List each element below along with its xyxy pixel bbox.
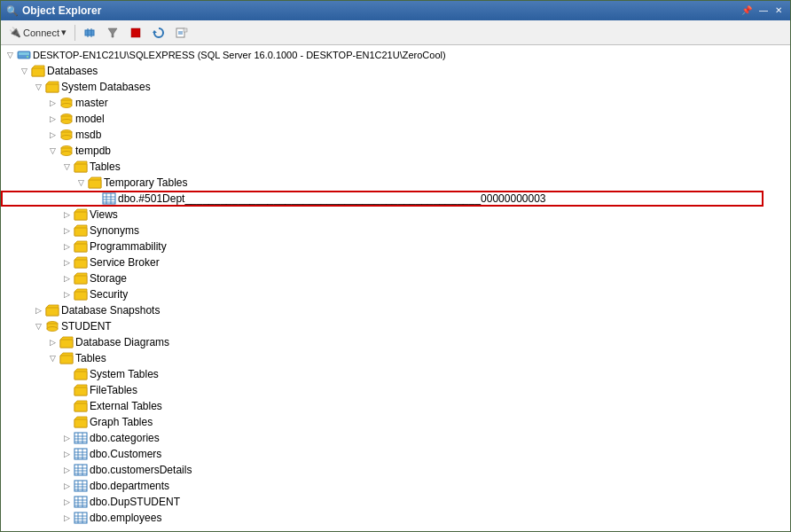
customers-expand[interactable]: ▷	[59, 447, 74, 461]
customers-details-expand[interactable]: ▷	[59, 463, 74, 477]
svg-point-21	[61, 120, 72, 124]
model-db[interactable]: ▷ model	[1, 111, 790, 127]
customers-details-label: dbo.customersDetails	[90, 464, 192, 476]
temporary-tables-expand[interactable]: ▽	[74, 176, 88, 190]
dbo-customers-details-table[interactable]: ▷ dbo.customersDetails	[1, 462, 790, 478]
db-diagrams-expand[interactable]: ▷	[45, 335, 59, 349]
new-query-button[interactable]	[171, 24, 192, 42]
system-tables-folder[interactable]: System Tables	[1, 366, 790, 382]
tempdb-security-folder[interactable]: ▷ Security	[1, 286, 790, 302]
tempdb-synonyms-folder[interactable]: ▷ Synonyms	[1, 223, 790, 239]
dbo-categories-table[interactable]: ▷ dbo.categories	[1, 430, 790, 446]
system-databases-label: System Databases	[61, 81, 151, 93]
departments-expand[interactable]: ▷	[59, 479, 74, 493]
svg-rect-51	[74, 419, 87, 427]
file-tables-label: FileTables	[90, 384, 137, 396]
categories-table-icon	[74, 431, 88, 445]
databases-label: Databases	[47, 65, 98, 77]
synonyms-expand[interactable]: ▷	[59, 223, 74, 238]
dbo-dup-student-table[interactable]: ▷ dbo.DupSTUDENT	[1, 494, 790, 510]
databases-expand[interactable]: ▽	[17, 64, 31, 78]
connect-button[interactable]: 🔌 Connect ▾	[4, 24, 71, 41]
system-databases-folder[interactable]: ▽ System Databases	[1, 79, 790, 95]
svg-rect-48	[74, 372, 87, 379]
object-explorer-tree: ▽ DESKTOP-EN1C21U\SQLEXPRESS (SQL Server…	[1, 45, 790, 531]
tempdb-views-folder[interactable]: ▷ Views	[1, 207, 790, 223]
service-broker-expand[interactable]: ▷	[59, 255, 74, 270]
svg-rect-38	[74, 244, 87, 252]
model-expand[interactable]: ▷	[45, 112, 59, 126]
programmability-expand[interactable]: ▷	[59, 239, 74, 254]
database-snapshots-folder-icon	[45, 303, 59, 317]
customers-table-icon	[74, 447, 88, 461]
student-tables-expand[interactable]: ▽	[45, 351, 59, 365]
tree-content[interactable]: ▽ DESKTOP-EN1C21U\SQLEXPRESS (SQL Server…	[1, 45, 790, 531]
refresh-button[interactable]	[148, 24, 169, 42]
dbo-501dept-table[interactable]: dbo.#501Dept____________________________…	[1, 191, 764, 207]
tempdb-programmability-folder[interactable]: ▷ Programmability	[1, 239, 790, 254]
dbo-employees-table[interactable]: ▷ dbo.employees	[1, 510, 790, 526]
server-label: DESKTOP-EN1C21U\SQLEXPRESS (SQL Server 1…	[33, 50, 446, 60]
minimize-button[interactable]: —	[756, 4, 771, 17]
employees-expand[interactable]: ▷	[59, 511, 74, 525]
tempdb-expand[interactable]: ▽	[45, 144, 59, 158]
model-db-icon	[59, 112, 74, 126]
svg-rect-41	[74, 292, 87, 300]
views-expand[interactable]: ▷	[59, 207, 74, 222]
synonyms-label: Synonyms	[90, 224, 139, 237]
tempdb-tables-expand[interactable]: ▽	[59, 160, 74, 174]
storage-label: Storage	[90, 272, 127, 285]
server-expand[interactable]: ▽	[3, 48, 17, 62]
filter-button[interactable]	[102, 24, 123, 42]
tempdb-db-icon	[59, 144, 74, 158]
close-button[interactable]: ✕	[772, 4, 785, 17]
storage-expand[interactable]: ▷	[59, 271, 74, 286]
graph-tables-folder-icon	[74, 415, 88, 429]
tempdb-label: tempdb	[75, 145, 111, 157]
tempdb-service-broker-folder[interactable]: ▷ Service Broker	[1, 254, 790, 270]
external-tables-folder[interactable]: External Tables	[1, 398, 790, 414]
tempdb-tables-folder[interactable]: ▽ Tables	[1, 159, 790, 175]
tempdb-storage-folder[interactable]: ▷ Storage	[1, 270, 790, 286]
disconnect-button[interactable]	[79, 24, 100, 42]
dbo-customers-table[interactable]: ▷ dbo.Customers	[1, 446, 790, 462]
tempdb-security-expand[interactable]: ▷	[59, 287, 74, 301]
tempdb-db[interactable]: ▽ tempdb	[1, 143, 790, 159]
programmability-folder-icon	[74, 239, 88, 254]
master-db-icon	[59, 96, 74, 110]
temporary-tables-folder[interactable]: ▽ Temporary Tables	[1, 175, 790, 191]
tempdb-tables-folder-icon	[74, 160, 88, 174]
svg-rect-50	[74, 403, 87, 411]
pin-button[interactable]: 📌	[739, 4, 755, 17]
student-db[interactable]: ▽ STUDENT	[1, 318, 790, 334]
dup-student-expand[interactable]: ▷	[59, 495, 74, 509]
msdb-db[interactable]: ▷ msdb	[1, 127, 790, 143]
system-databases-expand[interactable]: ▽	[31, 80, 45, 94]
dbo-departments-table[interactable]: ▷ dbo.departments	[1, 478, 790, 494]
graph-tables-folder[interactable]: Graph Tables	[1, 414, 790, 430]
categories-expand[interactable]: ▷	[59, 431, 74, 445]
system-tables-folder-icon	[74, 367, 88, 381]
server-node[interactable]: ▽ DESKTOP-EN1C21U\SQLEXPRESS (SQL Server…	[1, 47, 790, 63]
stop-button[interactable]	[125, 24, 146, 42]
svg-rect-29	[89, 180, 101, 188]
master-db[interactable]: ▷ master	[1, 95, 790, 111]
database-snapshots-folder[interactable]: ▷ Database Snapshots	[1, 302, 790, 318]
file-tables-folder[interactable]: FileTables	[1, 382, 790, 398]
tempdb-security-folder-icon	[74, 287, 88, 301]
msdb-expand[interactable]: ▷	[45, 128, 59, 142]
service-broker-folder-icon	[74, 255, 88, 270]
student-expand[interactable]: ▽	[31, 319, 45, 333]
student-tables-label: Tables	[75, 352, 106, 364]
database-snapshots-expand[interactable]: ▷	[31, 303, 45, 317]
object-explorer-window: 🔍 Object Explorer 📌 — ✕ 🔌 Connect ▾	[0, 0, 791, 532]
databases-folder[interactable]: ▽ Databases	[1, 63, 790, 79]
master-expand[interactable]: ▷	[45, 96, 59, 110]
student-db-diagrams-folder[interactable]: ▷ Database Diagrams	[1, 334, 790, 350]
programmability-label: Programmability	[90, 240, 167, 253]
temporary-tables-label: Temporary Tables	[104, 176, 188, 189]
departments-table-icon	[74, 479, 88, 493]
student-tables-folder[interactable]: ▽ Tables	[1, 350, 790, 366]
connect-label: Connect	[23, 27, 59, 38]
svg-point-18	[61, 104, 72, 108]
